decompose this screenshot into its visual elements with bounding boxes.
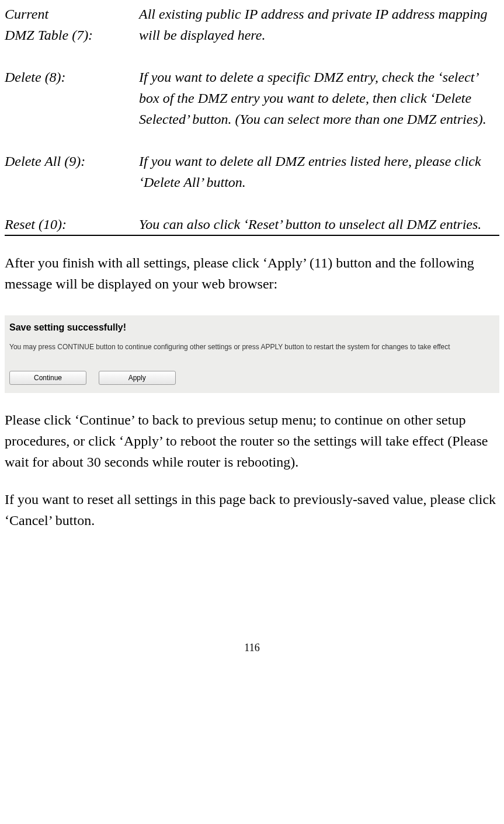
definitions-table: Current DMZ Table (7): All existing publ… <box>5 4 499 236</box>
definition-description: All existing public IP address and priva… <box>139 4 499 46</box>
dialog-button-row: Continue Apply <box>5 354 499 393</box>
definition-row-delete: Delete (8): If you want to delete a spec… <box>5 67 499 130</box>
definition-term: Delete All (9): <box>5 151 139 193</box>
paragraph-cancel: If you want to reset all settings in thi… <box>5 489 499 531</box>
dialog-title: Save setting successfully! <box>5 315 499 342</box>
paragraph-apply-instruction: After you finish with all settings, plea… <box>5 252 499 294</box>
term-line-1: Current <box>5 4 133 25</box>
definition-term: Reset (10): <box>5 214 139 235</box>
definition-row-delete-all: Delete All (9): If you want to delete al… <box>5 151 499 193</box>
definition-description: If you want to delete a specific DMZ ent… <box>139 67 499 130</box>
dialog-body-text: You may press CONTINUE button to continu… <box>5 342 499 354</box>
definition-description: You can also click ‘Reset’ button to uns… <box>139 214 499 235</box>
definition-row-current-dmz-table: Current DMZ Table (7): All existing publ… <box>5 4 499 46</box>
definition-row-reset: Reset (10): You can also click ‘Reset’ b… <box>5 214 499 235</box>
continue-button[interactable]: Continue <box>9 371 86 385</box>
save-setting-dialog: Save setting successfully! You may press… <box>5 315 499 393</box>
definition-term: Delete (8): <box>5 67 139 130</box>
term-line-2: DMZ Table (7): <box>5 25 133 46</box>
definition-description: If you want to delete all DMZ entries li… <box>139 151 499 193</box>
apply-button[interactable]: Apply <box>99 371 176 385</box>
paragraph-continue-apply: Please click ‘Continue’ to back to previ… <box>5 409 499 472</box>
page-number: 116 <box>5 642 499 654</box>
